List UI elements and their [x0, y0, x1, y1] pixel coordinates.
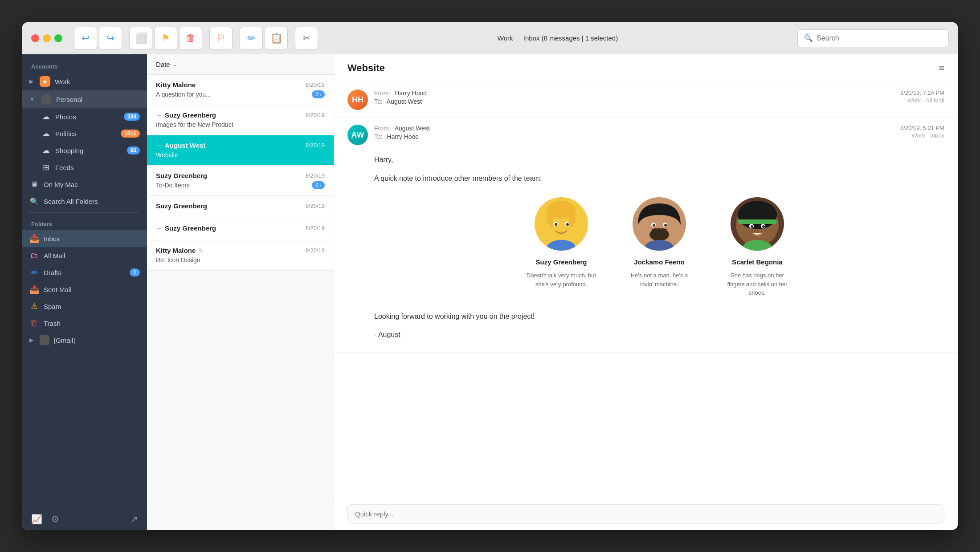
minimize-button[interactable]	[43, 34, 51, 42]
suzy-name: Suzy Greenberg	[535, 257, 587, 268]
message-sender: Suzy Greenberg	[156, 172, 207, 179]
forward-button[interactable]: ↪	[99, 27, 122, 50]
close-button[interactable]	[31, 34, 39, 42]
message-subject: Images for the New Product	[156, 121, 233, 128]
sidebar-item-photos[interactable]: ☁ Photos 284	[22, 108, 147, 125]
sidebar-item-on-my-mac[interactable]: 🖥 On My Mac	[22, 176, 147, 193]
message-item-selected[interactable]: ← August West 8/20/19 Website	[147, 135, 334, 166]
email-subject: Website	[347, 62, 385, 74]
sidebar-item-work[interactable]: ▶ ★ Work	[22, 73, 147, 90]
sort-chevron-icon[interactable]: ⌄	[173, 61, 178, 68]
scarlet-desc: She has rings on her fingers and bells o…	[722, 271, 793, 297]
search-bar[interactable]: 🔍	[797, 29, 949, 47]
flag-button[interactable]: ⚑	[154, 27, 177, 50]
sidebar-item-inbox[interactable]: 📥 Inbox	[22, 230, 147, 247]
label-button[interactable]: ⚐	[209, 27, 233, 50]
suzy-desc: Doesn't talk very much, but she's very p…	[526, 271, 597, 288]
sender-avatar-2: AW	[347, 125, 368, 145]
team-member-jockamo: Jockamo Feeno He's not a man, he's a lov…	[624, 197, 695, 297]
sidebar-item-gmail[interactable]: ▶ [Gmail]	[22, 332, 147, 349]
svg-point-24	[762, 225, 765, 228]
email-view-header: Website ≡	[334, 54, 958, 82]
search-all-icon: 🔍	[29, 196, 39, 206]
message-date: 8/20/19	[306, 247, 325, 254]
svg-point-23	[751, 225, 753, 228]
sender-avatar-1: HH	[347, 89, 368, 110]
trash-icon: 🗑	[186, 32, 196, 44]
compose-button[interactable]: ✏	[240, 27, 263, 50]
sidebar-item-search-all[interactable]: 🔍 Search All Folders	[22, 193, 147, 210]
message-date: 8/20/19	[306, 203, 325, 209]
sidebar-item-shopping[interactable]: ☁ Shopping 93	[22, 142, 147, 159]
sidebar-item-sent-mail[interactable]: 📤 Sent Mail	[22, 281, 147, 298]
message-item[interactable]: Suzy Greenberg 8/20/19	[147, 196, 334, 218]
filter-icon[interactable]: ⚙	[51, 514, 59, 524]
reply-arrow-icon: ←	[156, 142, 162, 149]
message-item[interactable]: ← Suzy Greenberg 8/20/19	[147, 218, 334, 240]
sidebar-item-politics[interactable]: ☁ Politics 1512	[22, 125, 147, 142]
quick-reply-section	[334, 498, 958, 530]
fullscreen-button[interactable]	[54, 34, 62, 42]
tag-toolbar: ⚐	[209, 27, 233, 50]
svg-rect-20	[738, 219, 777, 224]
message-item[interactable]: Kitty Malone ✎ 8/20/19 Re: Icon Design	[147, 240, 334, 271]
flag-icon: ⚑	[161, 32, 170, 44]
spam-label: Spam	[44, 303, 61, 310]
reply-all-button[interactable]: ↩	[74, 27, 97, 50]
drafts-label: Drafts	[44, 269, 61, 276]
activity-icon[interactable]: 📈	[31, 514, 42, 524]
sent-mail-icon: 📤	[29, 284, 39, 294]
reply-arrow-icon: ←	[156, 225, 162, 232]
message-date: 8/20/19	[306, 81, 325, 88]
search-all-label: Search All Folders	[44, 198, 98, 205]
message-sender: Kitty Malone	[156, 81, 196, 89]
computer-icon: 🖥	[29, 179, 39, 189]
sidebar: Accounts ▶ ★ Work ▼ Personal ☁ Photos 28…	[22, 54, 147, 530]
note-button[interactable]: 📋	[265, 27, 288, 50]
politics-badge: 1512	[121, 130, 140, 138]
personal-icon	[41, 94, 52, 105]
feeds-label: Feeds	[55, 164, 74, 171]
email-thread: HH From: Harry Hood To: August West	[334, 82, 958, 498]
jockamo-desc: He's not a man, he's a lovin' machine.	[624, 271, 695, 288]
message-item[interactable]: Suzy Greenberg 8/20/19 To-Do Items 2 ›	[147, 166, 334, 196]
spam-icon: ⚠	[29, 301, 39, 311]
svg-point-7	[566, 223, 569, 226]
flag2-icon: ⚐	[216, 32, 225, 44]
message-item[interactable]: ← Suzy Greenberg 8/20/19 Images for the …	[147, 105, 334, 135]
rules-button[interactable]: ✂	[295, 27, 318, 50]
sidebar-item-trash[interactable]: 🗑 Trash	[22, 315, 147, 332]
email-timestamp-1: 8/20/19, 7:24 PM	[900, 89, 944, 96]
archive-button[interactable]: ⬜	[129, 27, 152, 50]
message-sender: ← Suzy Greenberg	[156, 224, 216, 232]
sidebar-item-drafts[interactable]: ✏ Drafts 1	[22, 264, 147, 281]
photos-label: Photos	[55, 113, 76, 121]
email-menu-icon[interactable]: ≡	[939, 62, 944, 74]
body-greeting: Harry,	[374, 154, 944, 166]
message-sender: Kitty Malone ✎	[156, 247, 204, 254]
work-label: Work	[55, 78, 70, 85]
action-toolbar: ⬜ ⚑ 🗑	[129, 27, 202, 50]
sidebar-item-all-mail[interactable]: 🗂 All Mail	[22, 247, 147, 264]
logout-icon[interactable]: ↗	[131, 514, 138, 524]
sidebar-item-personal[interactable]: ▼ Personal	[22, 90, 147, 108]
inbox-icon: 📥	[29, 234, 39, 244]
sidebar-item-spam[interactable]: ⚠ Spam	[22, 298, 147, 315]
email-message-1: HH From: Harry Hood To: August West	[334, 82, 958, 118]
politics-label: Politics	[55, 130, 77, 138]
team-members-section: Suzy Greenberg Doesn't talk very much, b…	[374, 197, 944, 297]
main-content: Accounts ▶ ★ Work ▼ Personal ☁ Photos 28…	[22, 54, 958, 530]
message-item[interactable]: Kitty Malone 8/20/19 A question for you.…	[147, 75, 334, 105]
pencil-icon: ✏	[247, 32, 255, 44]
rules-icon: ✂	[302, 32, 310, 44]
trash-folder-icon: 🗑	[29, 318, 39, 328]
quick-reply-input[interactable]	[347, 504, 944, 524]
delete-button[interactable]: 🗑	[179, 27, 202, 50]
email-to-2: To: Harry Hood	[374, 133, 430, 140]
sidebar-item-feeds[interactable]: ⊞ Feeds	[22, 159, 147, 176]
jockamo-name: Jockamo Feeno	[634, 257, 684, 268]
search-input[interactable]	[817, 34, 942, 42]
body-intro: A quick note to introduce other members …	[374, 173, 944, 184]
message-date: 8/20/19	[306, 225, 325, 231]
svg-point-8	[540, 222, 551, 236]
